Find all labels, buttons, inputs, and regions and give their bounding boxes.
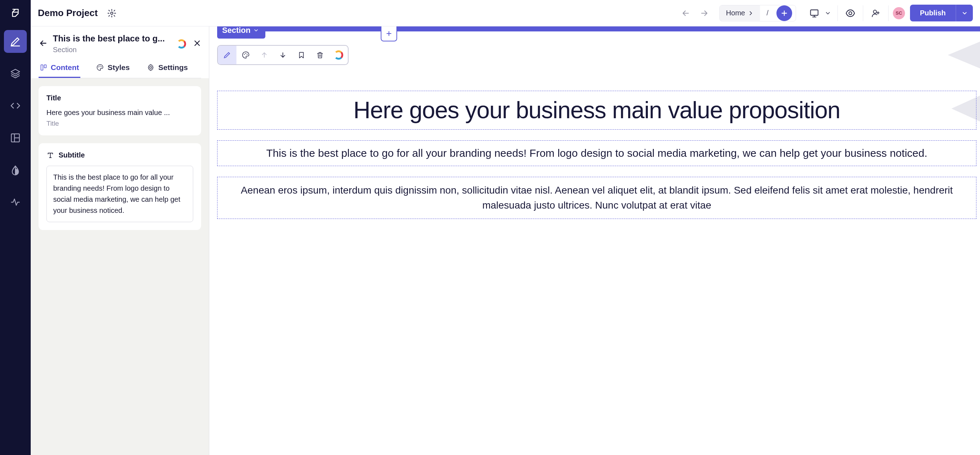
- subtitle-card: Subtitle This is the best place to go fo…: [38, 143, 201, 230]
- hero-subtitle-box[interactable]: This is the best place to go for all you…: [217, 140, 977, 166]
- preview-icon[interactable]: [842, 5, 859, 21]
- element-toolbar: [217, 45, 348, 65]
- app-logo[interactable]: [8, 6, 22, 21]
- toolbar-delete-icon[interactable]: [311, 46, 329, 64]
- device-dropdown-icon[interactable]: [822, 5, 833, 21]
- svg-point-17: [245, 53, 246, 54]
- invite-user-icon[interactable]: [867, 5, 884, 21]
- device-desktop-icon[interactable]: [806, 5, 822, 21]
- hero-body-text: Aenean eros ipsum, interdum quis digniss…: [232, 183, 962, 213]
- toolbar-style-icon[interactable]: [236, 46, 255, 64]
- hero-subtitle-text: This is the best place to go for all you…: [228, 145, 966, 162]
- publish-dropdown[interactable]: [956, 5, 973, 21]
- contentful-logo-icon: [177, 39, 186, 49]
- add-page-button[interactable]: [776, 5, 792, 21]
- section-label-text: Section: [222, 26, 250, 35]
- edit-page-nav[interactable]: [4, 30, 27, 53]
- breadcrumb-home[interactable]: Home: [720, 5, 760, 21]
- hero-title-text: Here goes your business main value propo…: [228, 95, 966, 125]
- svg-point-8: [849, 11, 852, 14]
- svg-rect-5: [810, 10, 818, 15]
- title-card-sublabel: Title: [46, 119, 193, 127]
- toolbar-move-down-icon[interactable]: [274, 46, 292, 64]
- nav-back[interactable]: [678, 5, 694, 21]
- project-settings-icon[interactable]: [103, 5, 120, 21]
- hero-title-box[interactable]: Here goes your business main value propo…: [217, 91, 977, 130]
- tab-styles-label: Styles: [108, 63, 130, 72]
- topbar: Demo Project Home /: [31, 0, 980, 26]
- title-card[interactable]: Title Here goes your business main value…: [38, 86, 201, 135]
- tab-styles[interactable]: Styles: [95, 63, 131, 78]
- tab-content[interactable]: Content: [38, 63, 80, 78]
- activity-nav[interactable]: [4, 191, 27, 213]
- svg-rect-10: [41, 65, 43, 70]
- tab-content-label: Content: [51, 63, 79, 72]
- panel-subtitle: Section: [53, 46, 172, 54]
- svg-rect-11: [44, 65, 46, 68]
- subtitle-card-label: Subtitle: [59, 151, 84, 159]
- toolbar-bookmark-icon[interactable]: [292, 46, 311, 64]
- add-section-button[interactable]: [381, 26, 397, 41]
- left-iconbar: [0, 0, 31, 455]
- breadcrumb-separator: /: [760, 9, 775, 17]
- layers-nav[interactable]: [4, 62, 27, 85]
- svg-point-12: [98, 67, 99, 67]
- user-avatar[interactable]: SC: [893, 7, 905, 19]
- toolbar-edit-icon[interactable]: [218, 46, 236, 64]
- svg-point-15: [150, 67, 152, 68]
- svg-point-4: [110, 12, 113, 14]
- text-icon: [46, 151, 54, 159]
- svg-point-16: [244, 54, 245, 55]
- theme-nav[interactable]: [4, 159, 27, 181]
- breadcrumb-home-label: Home: [726, 9, 745, 17]
- chevron-down-icon: [253, 27, 259, 33]
- toolbar-contentful-icon[interactable]: [329, 46, 348, 64]
- subtitle-textarea[interactable]: This is the best place to go for all you…: [46, 166, 193, 222]
- panel-title: This is the best place to g...: [53, 33, 172, 44]
- project-title: Demo Project: [38, 8, 98, 19]
- section-label[interactable]: Section: [217, 26, 266, 38]
- svg-point-18: [247, 54, 248, 55]
- toolbar-move-up-icon: [255, 46, 274, 64]
- tab-settings[interactable]: Settings: [145, 63, 189, 78]
- svg-marker-19: [948, 37, 980, 73]
- tab-settings-label: Settings: [158, 63, 188, 72]
- svg-point-13: [100, 66, 100, 67]
- code-nav[interactable]: [4, 94, 27, 117]
- layout-nav[interactable]: [4, 126, 27, 149]
- title-card-value: Here goes your business main value ...: [46, 108, 193, 117]
- panel-close-icon[interactable]: [193, 39, 201, 49]
- panel-back-icon[interactable]: [38, 38, 48, 49]
- svg-point-14: [101, 67, 102, 67]
- title-card-label: Title: [46, 94, 193, 102]
- svg-point-9: [873, 10, 877, 13]
- section-outline-bar: [217, 26, 980, 32]
- hero-body-box[interactable]: Aenean eros ipsum, interdum quis digniss…: [217, 177, 977, 219]
- nav-forward[interactable]: [697, 5, 712, 21]
- canvas[interactable]: Section: [209, 26, 980, 455]
- content-panel: This is the best place to g... Section C…: [31, 26, 209, 455]
- breadcrumb: Home /: [719, 5, 796, 21]
- publish-button[interactable]: Publish: [910, 5, 956, 21]
